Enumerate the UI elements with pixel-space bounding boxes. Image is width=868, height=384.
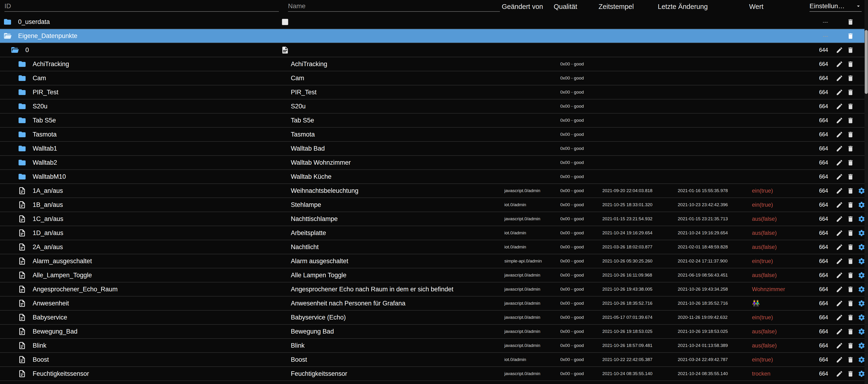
delete-button[interactable] (845, 57, 856, 71)
folder-icon[interactable] (18, 116, 26, 125)
columns-settings-select[interactable]: Einstellun… (809, 1, 862, 12)
edit-button[interactable] (834, 170, 845, 183)
edit-button[interactable] (834, 240, 845, 254)
folder-icon[interactable] (18, 102, 26, 110)
delete-button[interactable] (845, 311, 856, 324)
value-cell[interactable]: ein(true) (747, 311, 807, 324)
value-cell[interactable] (747, 57, 807, 71)
object-row[interactable]: Bewegung_BadBewegung Badjavascript.0/adm… (0, 325, 868, 339)
object-row[interactable]: 1B_an/ausStehlampeiot.0/admin0x00 - good… (0, 198, 868, 212)
value-cell[interactable]: aus(false) (747, 325, 807, 338)
edit-button[interactable] (834, 100, 845, 113)
edit-button[interactable] (834, 184, 845, 198)
folder-icon[interactable] (18, 88, 26, 96)
delete-button[interactable] (845, 353, 856, 366)
folder-icon[interactable] (18, 130, 26, 139)
delete-button[interactable] (845, 15, 856, 29)
edit-button[interactable] (834, 254, 845, 268)
scrollbar-thumb[interactable] (865, 30, 868, 94)
edit-button[interactable] (834, 226, 845, 240)
object-row[interactable]: 1A_an/ausWeihnachtsbeleuchtungjavascript… (0, 184, 868, 198)
delete-button[interactable] (845, 367, 856, 381)
folder-open-icon[interactable] (10, 46, 19, 54)
delete-button[interactable] (845, 71, 856, 85)
edit-button[interactable] (834, 85, 845, 99)
delete-button[interactable] (845, 184, 856, 198)
object-row[interactable]: TasmotaTasmota0x00 - good664 (0, 128, 868, 142)
value-cell[interactable]: aus(false) (747, 212, 807, 226)
object-row[interactable]: WalltabM10Walltab Küche0x00 - good664 (0, 170, 868, 184)
value-cell[interactable] (747, 156, 807, 169)
folder-icon[interactable] (18, 172, 26, 181)
value-cell[interactable]: ein(true) (747, 198, 807, 212)
delete-button[interactable] (845, 339, 856, 352)
edit-button[interactable] (834, 296, 845, 310)
edit-button[interactable] (834, 339, 845, 352)
edit-button[interactable] (834, 128, 845, 141)
folder-icon[interactable] (3, 18, 12, 26)
object-row[interactable]: Tab S5eTab S5e0x00 - good664 (0, 113, 868, 128)
delete-button[interactable] (845, 226, 856, 240)
delete-button[interactable] (845, 198, 856, 212)
object-row[interactable]: BlinkBlinkjavascript.0/admin0x00 - good2… (0, 339, 868, 353)
object-row[interactable]: Alle_Lampen_ToggleAlle Lampen Togglejava… (0, 268, 868, 282)
delete-button[interactable] (845, 268, 856, 282)
value-cell[interactable] (747, 128, 807, 141)
object-row[interactable]: S20uS20u0x00 - good664 (0, 100, 868, 113)
folder-open-icon[interactable] (3, 32, 12, 40)
object-row[interactable]: 2A_an/ausNachtlichtiot.0/admin0x00 - goo… (0, 240, 868, 254)
object-row[interactable]: AnwesenheitAnwesenheit nach Personen für… (0, 296, 868, 311)
name-filter-input[interactable]: Name (288, 1, 500, 12)
object-row[interactable]: PIR_TestPIR_Test0x00 - good664 (0, 85, 868, 100)
value-cell[interactable] (747, 43, 807, 57)
value-cell[interactable] (747, 29, 807, 43)
delete-button[interactable] (845, 296, 856, 310)
object-row[interactable]: BabyserviceBabyservice (Echo)javascript.… (0, 311, 868, 325)
delete-button[interactable] (845, 212, 856, 226)
value-cell[interactable]: ein(true) (747, 254, 807, 268)
delete-button[interactable] (845, 142, 856, 155)
value-cell[interactable]: aus(false) (747, 240, 807, 254)
value-cell[interactable]: ein(true) (747, 184, 807, 198)
delete-button[interactable] (845, 113, 856, 127)
edit-button[interactable] (834, 268, 845, 282)
edit-button[interactable] (834, 282, 845, 296)
edit-button[interactable] (834, 212, 845, 226)
object-row[interactable]: Alarm_ausgeschaltetAlarm ausgeschaltetsi… (0, 254, 868, 268)
object-row[interactable]: CamCam0x00 - good664 (0, 71, 868, 85)
edit-button[interactable] (834, 198, 845, 212)
edit-button[interactable] (834, 367, 845, 381)
value-cell[interactable] (747, 71, 807, 85)
delete-button[interactable] (845, 128, 856, 141)
object-row[interactable]: Eigene_Datenpunkte--- (0, 29, 868, 43)
value-cell[interactable] (747, 170, 807, 183)
folder-icon[interactable] (18, 74, 26, 82)
value-cell[interactable]: 👫 (747, 296, 807, 310)
delete-button[interactable] (845, 85, 856, 99)
folder-icon[interactable] (18, 158, 26, 167)
delete-button[interactable] (845, 43, 856, 57)
edit-button[interactable] (834, 353, 845, 366)
delete-button[interactable] (845, 325, 856, 338)
edit-button[interactable] (834, 156, 845, 169)
value-cell[interactable] (747, 142, 807, 155)
folder-icon[interactable] (18, 60, 26, 68)
edit-button[interactable] (834, 71, 845, 85)
value-cell[interactable]: aus(false) (747, 268, 807, 282)
value-cell[interactable] (747, 15, 807, 29)
object-row[interactable]: 1C_an/ausNachttischlampejavascript.0/adm… (0, 212, 868, 226)
delete-button[interactable] (845, 254, 856, 268)
value-cell[interactable] (747, 85, 807, 99)
edit-button[interactable] (834, 43, 845, 57)
value-cell[interactable]: aus(false) (747, 339, 807, 352)
vertical-scrollbar[interactable] (865, 0, 868, 384)
value-cell[interactable] (747, 100, 807, 113)
object-row[interactable]: 1D_an/ausArbeitsplatteiot.0/admin0x00 - … (0, 226, 868, 240)
object-row[interactable]: FeuchtigkeitssensorFeuchtigkeitssensorja… (0, 367, 868, 381)
delete-button[interactable] (845, 282, 856, 296)
object-row[interactable]: 0_userdata--- (0, 15, 868, 29)
object-row[interactable]: AchiTrackingAchiTracking0x00 - good664 (0, 57, 868, 71)
object-row[interactable]: Walltab1Walltab Bad0x00 - good664 (0, 142, 868, 156)
delete-button[interactable] (845, 29, 856, 43)
edit-button[interactable] (834, 311, 845, 324)
